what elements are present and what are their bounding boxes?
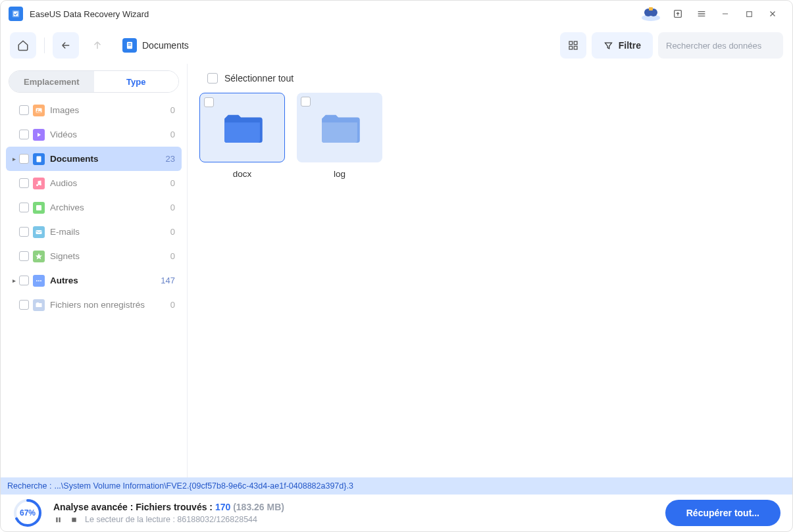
breadcrumb: Documents: [122, 38, 189, 53]
select-all-row[interactable]: Sélectionner tout: [199, 73, 780, 93]
category-icon: [33, 251, 45, 262]
sidebar-item-fichiers-non-enregistrés[interactable]: Fichiers non enregistrés0: [6, 293, 182, 317]
upload-icon[interactable]: [666, 2, 690, 26]
svg-rect-19: [569, 46, 573, 49]
sidebar-item-documents[interactable]: ▸Documents23: [6, 147, 182, 171]
svg-rect-5: [649, 7, 653, 11]
filter-button[interactable]: Filtre: [592, 32, 653, 59]
category-count: 0: [170, 251, 175, 261]
category-icon: [33, 299, 45, 311]
category-label: Archives: [50, 203, 170, 212]
category-count: 0: [170, 227, 175, 237]
search-box[interactable]: [658, 32, 783, 59]
svg-point-2: [642, 14, 660, 21]
breadcrumb-label: Documents: [142, 40, 189, 51]
svg-rect-20: [574, 46, 577, 49]
maximize-icon[interactable]: [737, 2, 761, 26]
svg-rect-30: [36, 230, 42, 234]
pause-button[interactable]: [53, 515, 63, 524]
category-checkbox[interactable]: [19, 227, 29, 237]
folder-log[interactable]: log: [297, 93, 382, 179]
search-path-bar: Recherche : ...\System Volume Informatio…: [1, 477, 792, 495]
search-path-value: ...\System Volume Information\FVE2.{09cf…: [54, 481, 353, 491]
tab-type[interactable]: Type: [94, 71, 179, 92]
documents-icon: [122, 38, 137, 53]
filter-label: Filtre: [619, 40, 641, 51]
folder-thumb[interactable]: [199, 93, 285, 162]
category-count: 0: [170, 300, 175, 310]
found-size: (183.26 MB): [233, 502, 284, 512]
sidebar-item-vidéos[interactable]: Vidéos0: [6, 122, 182, 147]
category-checkbox[interactable]: [19, 300, 29, 310]
category-icon: [33, 226, 45, 238]
category-checkbox[interactable]: [19, 251, 29, 261]
sidebar-item-signets[interactable]: Signets0: [6, 244, 182, 268]
category-label: Vidéos: [50, 130, 170, 139]
svg-point-24: [38, 109, 39, 110]
sidebar-item-audios[interactable]: Audios0: [6, 171, 182, 195]
category-checkbox[interactable]: [19, 154, 29, 164]
svg-rect-37: [56, 517, 57, 521]
sidebar-item-images[interactable]: Images0: [6, 98, 182, 122]
folder-docx[interactable]: docx: [199, 93, 285, 179]
category-checkbox[interactable]: [19, 105, 29, 115]
recover-button[interactable]: Récupérer tout...: [665, 500, 780, 526]
menu-icon[interactable]: [690, 2, 713, 26]
svg-rect-29: [36, 205, 41, 210]
expand-icon[interactable]: ▸: [10, 277, 18, 284]
category-icon: [33, 153, 45, 165]
footer: 67% Analyse avancée : Fichiers trouvés :…: [1, 495, 792, 531]
folder-checkbox[interactable]: [301, 97, 311, 107]
folder-checkbox[interactable]: [204, 97, 214, 107]
titlebar: EaseUS Data Recovery Wizard: [1, 1, 792, 27]
found-count: 170: [215, 502, 230, 512]
category-checkbox[interactable]: [19, 130, 29, 139]
select-all-checkbox[interactable]: [207, 73, 218, 84]
category-count: 0: [170, 178, 175, 188]
up-button: [84, 32, 111, 59]
content-area: Sélectionner tout docxlog: [188, 64, 792, 477]
home-button[interactable]: [10, 32, 36, 59]
category-checkbox[interactable]: [19, 276, 29, 285]
sidebar-item-archives[interactable]: Archives0: [6, 195, 182, 220]
svg-rect-38: [59, 517, 60, 521]
progress-ring: 67%: [13, 498, 43, 528]
select-all-label: Sélectionner tout: [224, 73, 294, 84]
svg-point-32: [36, 280, 38, 281]
minimize-icon[interactable]: [713, 2, 737, 26]
sidebar-tabs: Emplacement Type: [9, 70, 179, 93]
sidebar-item-autres[interactable]: ▸Autres147: [6, 268, 182, 293]
scan-status: Analyse avancée : Fichiers trouvés : 170…: [53, 502, 655, 512]
category-count: 23: [166, 154, 175, 164]
svg-point-33: [38, 280, 39, 281]
category-count: 0: [170, 105, 175, 115]
category-checkbox[interactable]: [19, 203, 29, 212]
svg-rect-17: [569, 41, 573, 45]
category-label: Documents: [50, 154, 166, 164]
search-input[interactable]: [666, 41, 777, 51]
category-count: 0: [170, 203, 175, 212]
svg-point-34: [40, 280, 41, 281]
filter-icon: [603, 41, 613, 51]
svg-rect-26: [37, 156, 41, 162]
svg-marker-31: [36, 253, 42, 260]
category-icon: [33, 275, 45, 287]
back-button[interactable]: [53, 32, 79, 59]
membership-icon[interactable]: [640, 5, 662, 22]
svg-rect-11: [746, 11, 752, 16]
folder-name: log: [297, 169, 382, 179]
expand-icon[interactable]: ▸: [10, 155, 18, 162]
svg-point-27: [36, 184, 38, 186]
svg-rect-18: [574, 41, 577, 45]
category-checkbox[interactable]: [19, 178, 29, 188]
app-logo: [9, 7, 23, 21]
close-icon[interactable]: [761, 2, 784, 26]
search-path-label: Recherche :: [7, 481, 51, 491]
stop-button[interactable]: [69, 515, 78, 524]
tab-location[interactable]: Emplacement: [9, 71, 94, 92]
category-icon: [33, 105, 45, 116]
category-label: Autres: [50, 276, 161, 285]
grid-view-button[interactable]: [560, 32, 586, 59]
folder-thumb[interactable]: [297, 93, 382, 162]
sidebar-item-e-mails[interactable]: E-mails0: [6, 220, 182, 244]
